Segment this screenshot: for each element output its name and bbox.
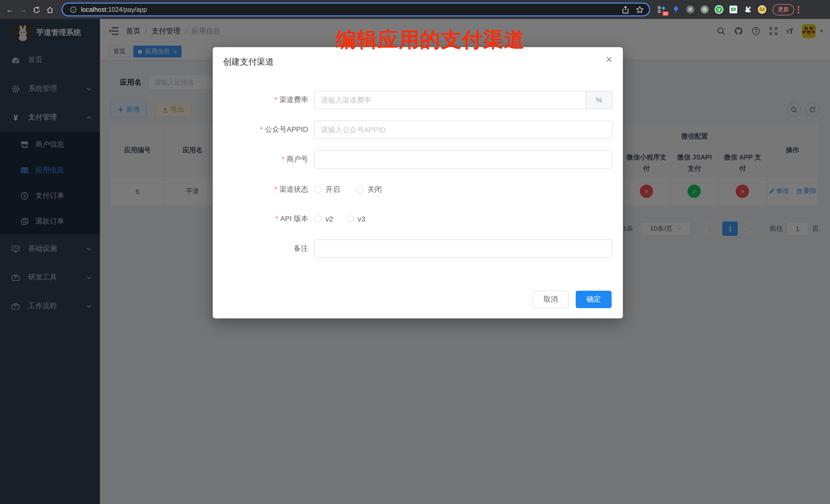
- api-v2-radio[interactable]: v2: [314, 215, 333, 223]
- extension-v-icon[interactable]: V: [715, 5, 723, 14]
- form-row-status: 渠道状态 开启 关闭: [223, 181, 613, 199]
- extension-command-icon[interactable]: ⌘: [686, 5, 695, 14]
- extension-grid-icon[interactable]: 10: [657, 5, 666, 14]
- merchant-label: 商户号: [223, 155, 308, 164]
- extension-chat-icon[interactable]: [729, 5, 738, 14]
- status-closed-radio[interactable]: 关闭: [356, 185, 382, 194]
- browser-menu-icon[interactable]: [798, 6, 800, 13]
- api-version-label: API 版本: [223, 214, 308, 224]
- screen: ← → localhost:1024/pay/app 10 ⌘: [0, 0, 830, 504]
- form-row-merchant: 商户号: [223, 150, 613, 169]
- api-v3-radio[interactable]: v3: [347, 215, 365, 223]
- address-bar[interactable]: localhost:1024/pay/app: [62, 3, 650, 17]
- browser-update-button[interactable]: 更新: [773, 4, 794, 15]
- status-label: 渠道状态: [223, 185, 308, 194]
- form-row-api: API 版本 v2 v3: [223, 210, 613, 228]
- bookmark-star-icon[interactable]: [636, 5, 644, 13]
- browser-chrome: ← → localhost:1024/pay/app 10 ⌘: [0, 0, 830, 19]
- browser-home-icon[interactable]: [43, 5, 56, 14]
- radio-circle: [356, 186, 363, 193]
- extension-emoji-icon[interactable]: [758, 5, 766, 14]
- percent-suffix: %: [586, 91, 613, 109]
- dialog-footer: 取消 确定: [533, 291, 612, 308]
- create-payment-channel-dialog: 创建支付渠道 ✕ 渠道费率 % 公众号APPID 商户号 渠道状态 开启 关闭: [213, 47, 623, 318]
- merchant-input[interactable]: [314, 150, 613, 169]
- extension-badge: 10: [662, 11, 669, 16]
- cancel-button[interactable]: 取消: [533, 291, 569, 308]
- svg-text:⌘: ⌘: [688, 7, 693, 12]
- extension-kite-icon[interactable]: [672, 5, 680, 14]
- svg-text:V: V: [717, 7, 721, 12]
- form-row-rate: 渠道费率 %: [223, 91, 613, 109]
- status-open-radio[interactable]: 开启: [314, 185, 340, 194]
- rate-label: 渠道费率: [223, 95, 308, 104]
- radio-circle: [314, 186, 321, 193]
- form-row-remark: 备注: [223, 240, 613, 258]
- site-info-icon[interactable]: [70, 6, 77, 13]
- close-icon[interactable]: ✕: [604, 55, 614, 65]
- radio-circle: [347, 215, 354, 222]
- annotation-title: 编辑应用的支付渠道: [336, 26, 525, 54]
- form-row-appid: 公众号APPID: [223, 121, 613, 139]
- browser-extensions: 10 ⌘ V: [657, 5, 766, 14]
- remark-label: 备注: [223, 244, 308, 253]
- remark-input[interactable]: [314, 240, 613, 258]
- browser-reload-icon[interactable]: [30, 5, 43, 14]
- share-icon[interactable]: [621, 5, 630, 13]
- extension-dot-icon[interactable]: [700, 5, 709, 14]
- browser-back-icon[interactable]: ←: [3, 5, 17, 14]
- url-text: localhost:1024/pay/app: [81, 6, 615, 13]
- appid-label: 公众号APPID: [223, 125, 308, 134]
- appid-input[interactable]: [314, 121, 613, 139]
- confirm-button[interactable]: 确定: [576, 291, 612, 308]
- radio-circle: [314, 215, 321, 222]
- dialog-title: 创建支付渠道: [223, 56, 274, 68]
- rate-input[interactable]: [314, 91, 586, 109]
- extension-puzzle-icon[interactable]: [743, 5, 752, 14]
- browser-forward-icon[interactable]: →: [17, 5, 30, 14]
